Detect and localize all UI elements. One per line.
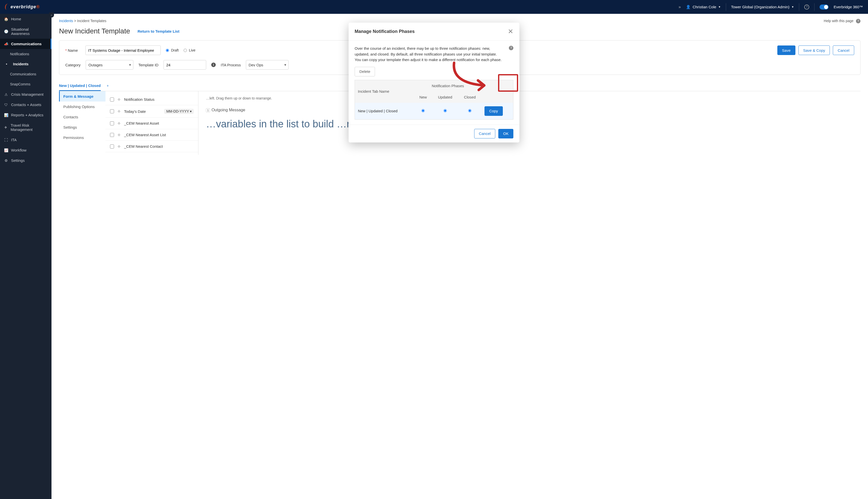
drag-handle-icon[interactable]: ✥ bbox=[117, 133, 121, 137]
logo-swoosh-icon bbox=[4, 3, 10, 11]
side-tab-publishing-options[interactable]: Publishing Options bbox=[59, 101, 106, 112]
sidebar-item-crisis-management[interactable]: ⚠Crisis Management bbox=[0, 89, 51, 99]
sidebar-item-label: Workflow bbox=[11, 148, 26, 152]
delete-button[interactable]: Delete bbox=[355, 67, 375, 76]
col-tab-name: Incident Tab Name bbox=[355, 80, 414, 103]
sidebar-item-contacts-assets[interactable]: 🛡Contacts + Assets bbox=[0, 99, 51, 110]
help-with-page[interactable]: Help with this page ? bbox=[824, 19, 860, 23]
sidebar-item-settings[interactable]: ⚙Settings bbox=[0, 155, 51, 166]
sidebar-item-situational-awareness[interactable]: 🕘Situational Awareness bbox=[0, 24, 51, 39]
variable-checkbox[interactable] bbox=[110, 109, 114, 113]
variables-panel: ✥Notification Status✥Today's DateMM-DD-Y… bbox=[106, 91, 198, 155]
cancel-button[interactable]: Cancel bbox=[833, 46, 854, 55]
logo-text: everbridge bbox=[11, 4, 36, 10]
return-to-list-link[interactable]: Return to Template List bbox=[138, 29, 179, 34]
user-menu[interactable]: 👤 Christian Cole ▼ bbox=[686, 5, 721, 9]
category-label: Category bbox=[65, 63, 80, 67]
drag-handle-icon[interactable]: ✥ bbox=[117, 121, 121, 125]
modal-description: Over the course of an incident, there ma… bbox=[355, 46, 506, 63]
user-name: Christian Cole bbox=[693, 5, 716, 9]
variable-row: ✥_CEM Nearest Asset List bbox=[106, 129, 198, 141]
sidebar-item-workflow[interactable]: 📈Workflow bbox=[0, 145, 51, 155]
shield-icon: 🛡 bbox=[4, 103, 8, 107]
add-phase-button[interactable]: + bbox=[107, 84, 109, 88]
sidebar-item-incidents[interactable]: Incidents bbox=[0, 59, 51, 69]
modal-title: Manage Notification Phases bbox=[355, 29, 415, 34]
phase-new-radio[interactable] bbox=[421, 109, 425, 112]
sidebar-item-label: Situational Awareness bbox=[11, 27, 48, 36]
save-copy-button[interactable]: Save & Copy bbox=[798, 46, 830, 55]
ita-icon: ⛶ bbox=[4, 138, 8, 142]
date-format-dropdown[interactable]: MM-DD-YYYY ▾ bbox=[164, 109, 194, 114]
sidebar-item-label: Notifications bbox=[10, 52, 29, 56]
drag-handle-icon[interactable]: ✥ bbox=[117, 97, 121, 101]
expand-icon[interactable]: » bbox=[679, 5, 681, 9]
side-tab-permissions[interactable]: Permissions bbox=[59, 132, 106, 143]
warning-icon: ⚠ bbox=[4, 93, 8, 97]
variable-checkbox[interactable] bbox=[110, 97, 114, 101]
drag-handle-icon[interactable]: ✥ bbox=[117, 109, 121, 113]
sidebar-item-label: SnapComms bbox=[10, 82, 30, 86]
modal-ok-button[interactable]: OK bbox=[498, 129, 513, 138]
modal-cancel-button[interactable]: Cancel bbox=[474, 129, 496, 138]
phase-updated-radio[interactable] bbox=[444, 109, 447, 112]
gear-icon: ⚙ bbox=[4, 159, 8, 162]
sidebar-item-label: Contacts + Assets bbox=[11, 102, 41, 107]
variable-row: ✥Notification Status bbox=[106, 94, 198, 105]
variable-row: ✥_CEM Nearest Contact bbox=[106, 141, 198, 152]
phase-tab-active[interactable]: New | Updated | Closed bbox=[59, 81, 101, 91]
plane-icon: ✈ bbox=[4, 125, 8, 130]
variable-name: _CEM Nearest Contact bbox=[124, 144, 194, 148]
variable-checkbox[interactable] bbox=[110, 121, 114, 125]
category-select[interactable]: Outages bbox=[86, 60, 133, 70]
breadcrumb-root[interactable]: Incidents bbox=[59, 19, 73, 23]
sidebar-item-travel-risk-management[interactable]: ✈Travel Risk Management bbox=[0, 120, 51, 135]
save-button[interactable]: Save bbox=[777, 46, 795, 55]
sidebar-item-label: Crisis Management bbox=[11, 92, 44, 97]
help-icon[interactable]: ? bbox=[509, 46, 513, 50]
sidebar-item-reports-analytics[interactable]: 📊Reports + Analytics bbox=[0, 110, 51, 120]
sidebar-item-ita[interactable]: ⛶ITA bbox=[0, 135, 51, 145]
variable-row: ✥_CEM Nearest Asset bbox=[106, 118, 198, 129]
copy-button[interactable]: Copy bbox=[484, 106, 503, 116]
sidebar-item-label: Communications bbox=[10, 72, 36, 76]
side-tab-form-message[interactable]: Form & Message bbox=[59, 91, 106, 101]
brand-right: Everbridge 360™ bbox=[834, 5, 863, 9]
message-placeholder-text: …variables in the list to build …n. bbox=[206, 117, 853, 130]
help-icon[interactable]: ? bbox=[804, 4, 809, 10]
theme-toggle[interactable] bbox=[819, 4, 829, 10]
sidebar-item-snapcomms[interactable]: SnapComms bbox=[0, 79, 51, 89]
phase-row: New | Updated | Closed Copy bbox=[355, 103, 513, 120]
workflow-icon: 📈 bbox=[4, 148, 8, 152]
status-draft-radio[interactable]: Draft bbox=[166, 48, 178, 52]
variable-name: Today's Date bbox=[124, 109, 161, 113]
ita-process-select[interactable]: Dev Ops bbox=[246, 60, 288, 70]
variable-row: ✥Today's DateMM-DD-YYYY ▾ bbox=[106, 105, 198, 118]
variable-checkbox[interactable] bbox=[110, 145, 114, 148]
drag-handle-icon[interactable]: ✥ bbox=[117, 145, 121, 148]
breadcrumb-current: Incident Templates bbox=[77, 19, 106, 23]
sidebar-item-notifications[interactable]: Notifications bbox=[0, 49, 51, 59]
user-icon: 👤 bbox=[686, 5, 691, 9]
sidebar-item-communications[interactable]: Communications bbox=[0, 69, 51, 79]
side-tab-contacts[interactable]: Contacts bbox=[59, 112, 106, 122]
phase-closed-radio[interactable] bbox=[468, 109, 471, 112]
home-icon: 🏠 bbox=[4, 17, 8, 21]
outgoing-message-heading: 1Outgoing Message bbox=[206, 108, 853, 112]
chevron-down-icon: ▼ bbox=[791, 5, 794, 8]
sidebar-item-label: Home bbox=[11, 17, 21, 21]
close-icon[interactable]: ✕ bbox=[508, 28, 513, 35]
variable-checkbox[interactable] bbox=[110, 133, 114, 137]
sidebar-collapse[interactable]: « bbox=[49, 13, 54, 17]
sidebar-item-label: Settings bbox=[11, 158, 25, 162]
status-live-radio[interactable]: Live bbox=[184, 48, 195, 52]
breadcrumb: Incidents > Incident Templates bbox=[59, 19, 107, 23]
editor-side-tabs: Form & MessagePublishing OptionsContacts… bbox=[59, 91, 106, 155]
side-tab-settings[interactable]: Settings bbox=[59, 122, 106, 132]
org-menu[interactable]: Tower Global (Organization Admin) ▼ bbox=[731, 5, 794, 9]
sidebar-item-home[interactable]: 🏠Home bbox=[0, 14, 51, 24]
template-id-input[interactable] bbox=[163, 60, 206, 70]
name-input[interactable] bbox=[85, 46, 161, 55]
info-icon[interactable]: i bbox=[211, 63, 216, 67]
sidebar-item-communications[interactable]: 📣Communications bbox=[0, 39, 51, 49]
